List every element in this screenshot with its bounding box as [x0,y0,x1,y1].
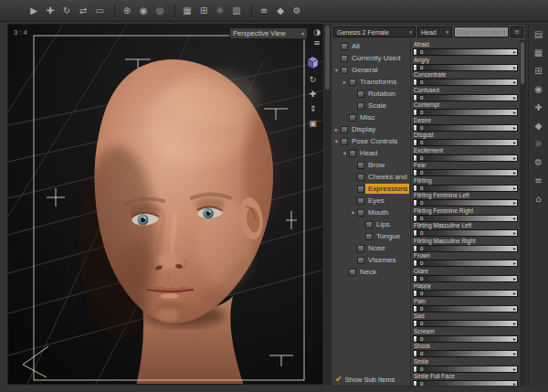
slider-scream[interactable]: Scream 0 ▸ [411,328,520,344]
slider-excitement[interactable]: Excitement 0 ▸ [411,147,520,163]
slider-disgust[interactable]: Disgust 0 ▸ [411,132,520,147]
separator[interactable] [110,5,115,17]
slider-nudge-right-icon[interactable]: ▸ [513,305,516,313]
expand-arrow-icon[interactable]: ▾ [350,209,356,217]
hierarchy-tab[interactable]: ⌂ [535,194,541,204]
slider-track[interactable]: 0 ▸ [413,169,518,176]
tree-item-head[interactable]: ▾ Head [332,147,409,159]
parameters-tab[interactable]: ⊞ [534,66,542,76]
slider-nudge-right-icon[interactable]: ▸ [513,229,516,237]
slider-flirting[interactable]: Flirting 0 ▸ [411,177,520,193]
viewport-canvas[interactable]: 3 : 4 Perspective View ▾ ◑ ≡ ↻ ✚ ⇕ ▣ [7,24,323,385]
slider-nudge-right-icon[interactable]: ▸ [513,290,516,297]
slider-nudge-right-icon[interactable]: ▸ [513,124,516,132]
slider-happy[interactable]: Happy 0 ▸ [411,282,520,298]
expand-arrow-icon[interactable]: ▸ [342,79,348,86]
expand-arrow-icon[interactable]: ▾ [333,138,340,145]
slider-contempt[interactable]: Contempt 0 ▸ [411,101,520,117]
node-selector-dropdown[interactable]: Head ▾ [417,26,452,37]
node-selection-tool[interactable]: ◉ [137,4,150,17]
figure-selector-dropdown[interactable]: Genesis 2 Female ▾ [333,26,416,37]
slider-track[interactable]: 0 ▸ [413,185,518,192]
posing-tab[interactable]: ✚ [534,102,542,112]
slider-handle[interactable] [414,246,417,251]
slider-track[interactable]: 0 ▸ [413,335,518,343]
slider-desire[interactable]: Desire 0 ▸ [411,117,520,132]
spot-render-button[interactable]: ▥ [230,4,243,17]
slider-handle[interactable] [414,49,417,55]
slider-confused[interactable]: Confused 0 ▸ [411,87,520,102]
slider-track[interactable]: 0 ▸ [413,245,518,252]
slider-frown[interactable]: Frown 0 ▸ [411,252,520,268]
slider-track[interactable]: 0 ▸ [413,320,518,327]
slider-handle[interactable] [414,155,417,161]
separator[interactable] [247,5,252,17]
geometry-selection-tool[interactable]: ◎ [153,4,166,17]
viewport-menu-icon[interactable]: ≡ [313,38,321,48]
slider-track[interactable]: 0 ▸ [413,199,518,207]
render-button[interactable]: ☼ [214,4,227,17]
slider-concentrate[interactable]: Concentrate 0 ▸ [411,71,520,87]
aux-viewport[interactable]: ⊞ [197,4,210,17]
tree-item-visemes[interactable]: Visemes [332,254,409,266]
slider-shock[interactable]: Shock 0 ▸ [411,343,520,358]
view-selector-dropdown[interactable]: Perspective View ▾ [229,27,308,39]
slider-handle[interactable] [414,79,417,85]
slider-nudge-right-icon[interactable]: ▸ [513,245,516,252]
slider-track[interactable]: 0 ▸ [413,79,518,86]
tree-item-scale[interactable]: Scale [332,100,409,111]
tree-item-brow[interactable]: Brow [332,159,409,171]
slider-smile-full-face[interactable]: Smile Full Face 0 ▸ [411,373,520,386]
slider-track[interactable]: 0 ▸ [413,290,518,297]
slider-nudge-right-icon[interactable]: ▸ [513,79,516,86]
slider-nudge-right-icon[interactable]: ▸ [513,366,516,373]
universal-manipulator[interactable]: ✚ [44,4,57,17]
pan-camera-icon[interactable]: ✚ [310,90,317,99]
tree-item-mouth[interactable]: ▾ Mouth [332,207,409,218]
orbit-camera-icon[interactable]: ↻ [310,75,317,84]
dolly-camera-icon[interactable]: ⇕ [310,104,317,113]
slider-track[interactable]: 0 ▸ [413,124,518,132]
slider-nudge-right-icon[interactable]: ▸ [513,199,516,207]
scale-tool[interactable]: ▭ [93,4,106,17]
tree-item-currently-used[interactable]: Currently Used [332,52,409,64]
slider-nudge-right-icon[interactable]: ▸ [513,169,516,176]
slider-flirting-masculine-left[interactable]: Flirting Masculine Left 0 ▸ [411,222,520,238]
slider-track[interactable]: 0 ▸ [413,275,518,282]
slider-sad[interactable]: Sad 0 ▸ [411,313,520,328]
slider-nudge-right-icon[interactable]: ▸ [513,335,516,343]
slider-track[interactable]: 0 ▸ [413,154,518,162]
slider-nudge-right-icon[interactable]: ▸ [513,94,516,101]
slider-handle[interactable] [414,140,417,145]
tree-item-neck[interactable]: Neck [332,266,409,278]
expand-arrow-icon[interactable]: ▾ [333,67,340,74]
tree-item-cheeks-and-jaw[interactable]: Cheeks and Jaw [332,171,409,183]
smart-content-tab[interactable]: ▦ [534,48,543,58]
slider-nudge-right-icon[interactable]: ▸ [513,275,516,282]
scene-tab[interactable]: ▤ [534,29,543,39]
slider-handle[interactable] [414,321,417,326]
slider-list-scrollbar[interactable] [520,40,525,386]
slider-handle[interactable] [414,366,417,372]
slider-nudge-right-icon[interactable]: ▸ [513,380,516,386]
slider-handle[interactable] [414,276,417,281]
tree-item-transforms[interactable]: ▸ Transforms [332,76,409,88]
slider-nudge-right-icon[interactable]: ▸ [513,260,516,267]
draw-style-icon[interactable]: ◑ [313,27,321,37]
scene-navigator[interactable]: ▦ [181,4,194,17]
slider-handle[interactable] [414,216,417,221]
tree-item-all[interactable]: All [332,40,409,52]
show-sub-items-checkbox[interactable]: ✔ Show Sub Items [335,376,395,384]
slider-track[interactable]: 0 ▸ [413,350,518,357]
slider-nudge-right-icon[interactable]: ▸ [513,320,516,327]
tree-item-rotation[interactable]: Rotation [332,88,409,100]
slider-list-scrollbar-thumb[interactable] [521,42,524,84]
slider-track[interactable]: 0 ▸ [413,94,518,101]
tree-item-expressions[interactable]: Expressions [332,183,409,195]
simulation-settings-tab[interactable]: ⚙ [534,157,543,167]
slider-handle[interactable] [414,260,417,266]
surfaces-tab[interactable]: ◆ [535,121,543,131]
slider-nudge-right-icon[interactable]: ▸ [513,139,516,146]
expand-arrow-icon[interactable]: ▾ [342,150,348,157]
slider-afraid[interactable]: Afraid 0 ▸ [411,41,520,57]
